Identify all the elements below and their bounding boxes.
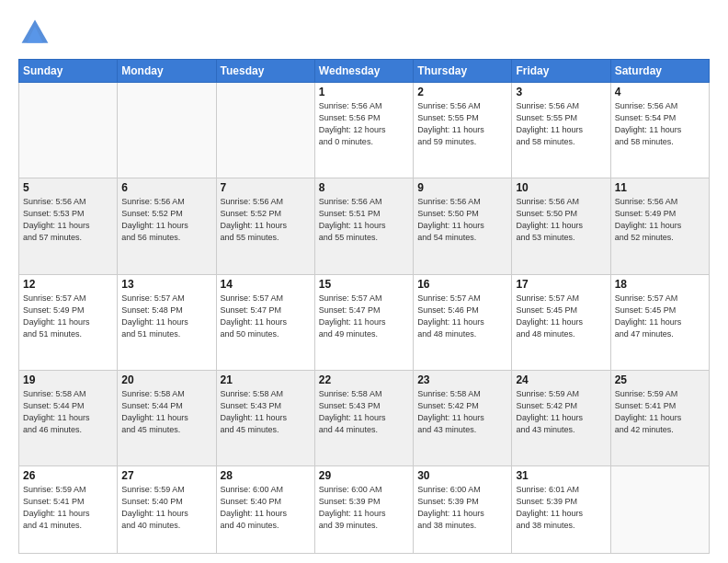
day-number: 25 bbox=[615, 373, 705, 386]
weekday-header-monday: Monday bbox=[118, 60, 216, 83]
week-row-2: 5Sunrise: 5:56 AMSunset: 5:53 PMDaylight… bbox=[19, 178, 710, 274]
day-info: Sunrise: 5:56 AMSunset: 5:49 PMDaylight:… bbox=[615, 196, 705, 244]
weekday-header-friday: Friday bbox=[512, 60, 610, 83]
calendar-cell: 13Sunrise: 5:57 AMSunset: 5:48 PMDayligh… bbox=[118, 274, 216, 370]
day-number: 31 bbox=[516, 469, 606, 482]
day-info: Sunrise: 5:57 AMSunset: 5:49 PMDaylight:… bbox=[23, 293, 113, 340]
calendar-cell: 23Sunrise: 5:58 AMSunset: 5:42 PMDayligh… bbox=[414, 370, 512, 465]
calendar-cell: 7Sunrise: 5:56 AMSunset: 5:52 PMDaylight… bbox=[216, 178, 314, 274]
day-number: 23 bbox=[417, 373, 507, 386]
calendar-cell: 26Sunrise: 5:59 AMSunset: 5:41 PMDayligh… bbox=[19, 466, 118, 554]
day-number: 18 bbox=[615, 278, 705, 291]
calendar-cell bbox=[216, 83, 314, 178]
weekday-header-thursday: Thursday bbox=[414, 60, 512, 83]
day-number: 17 bbox=[516, 278, 606, 291]
day-number: 24 bbox=[516, 373, 606, 386]
day-number: 28 bbox=[221, 469, 311, 482]
day-info: Sunrise: 5:56 AMSunset: 5:52 PMDaylight:… bbox=[221, 196, 311, 244]
day-number: 12 bbox=[23, 278, 113, 291]
calendar-cell: 5Sunrise: 5:56 AMSunset: 5:53 PMDaylight… bbox=[19, 178, 118, 274]
calendar-cell: 29Sunrise: 6:00 AMSunset: 5:39 PMDayligh… bbox=[314, 466, 413, 554]
calendar-cell: 3Sunrise: 5:56 AMSunset: 5:55 PMDaylight… bbox=[512, 83, 610, 178]
week-row-5: 26Sunrise: 5:59 AMSunset: 5:41 PMDayligh… bbox=[19, 466, 710, 554]
header bbox=[18, 17, 710, 50]
day-info: Sunrise: 5:58 AMSunset: 5:42 PMDaylight:… bbox=[417, 388, 507, 436]
day-info: Sunrise: 5:56 AMSunset: 5:51 PMDaylight:… bbox=[319, 196, 409, 244]
day-info: Sunrise: 5:56 AMSunset: 5:55 PMDaylight:… bbox=[417, 100, 507, 148]
day-number: 10 bbox=[516, 181, 606, 194]
day-number: 3 bbox=[516, 86, 606, 98]
day-info: Sunrise: 5:57 AMSunset: 5:47 PMDaylight:… bbox=[319, 293, 409, 340]
day-number: 2 bbox=[417, 86, 507, 98]
calendar-cell: 25Sunrise: 5:59 AMSunset: 5:41 PMDayligh… bbox=[610, 370, 709, 465]
day-info: Sunrise: 5:59 AMSunset: 5:42 PMDaylight:… bbox=[516, 388, 606, 436]
day-info: Sunrise: 5:58 AMSunset: 5:43 PMDaylight:… bbox=[319, 388, 409, 436]
week-row-1: 1Sunrise: 5:56 AMSunset: 5:56 PMDaylight… bbox=[19, 83, 710, 178]
weekday-header-wednesday: Wednesday bbox=[314, 60, 413, 83]
calendar-cell: 30Sunrise: 6:00 AMSunset: 5:39 PMDayligh… bbox=[414, 466, 512, 554]
calendar-cell: 14Sunrise: 5:57 AMSunset: 5:47 PMDayligh… bbox=[216, 274, 314, 370]
weekday-header-row: SundayMondayTuesdayWednesdayThursdayFrid… bbox=[19, 60, 710, 83]
calendar-cell: 27Sunrise: 5:59 AMSunset: 5:40 PMDayligh… bbox=[118, 466, 216, 554]
calendar-cell bbox=[19, 83, 118, 178]
calendar-cell: 9Sunrise: 5:56 AMSunset: 5:50 PMDaylight… bbox=[414, 178, 512, 274]
day-number: 11 bbox=[615, 181, 705, 194]
day-number: 20 bbox=[121, 373, 211, 386]
calendar-cell: 16Sunrise: 5:57 AMSunset: 5:46 PMDayligh… bbox=[414, 274, 512, 370]
weekday-header-sunday: Sunday bbox=[19, 60, 118, 83]
page: SundayMondayTuesdayWednesdayThursdayFrid… bbox=[0, 0, 728, 563]
calendar-cell: 19Sunrise: 5:58 AMSunset: 5:44 PMDayligh… bbox=[19, 370, 118, 465]
day-info: Sunrise: 5:57 AMSunset: 5:45 PMDaylight:… bbox=[516, 293, 606, 340]
logo-icon bbox=[18, 17, 51, 50]
calendar-cell: 15Sunrise: 5:57 AMSunset: 5:47 PMDayligh… bbox=[314, 274, 413, 370]
calendar: SundayMondayTuesdayWednesdayThursdayFrid… bbox=[18, 59, 710, 554]
day-info: Sunrise: 5:59 AMSunset: 5:40 PMDaylight:… bbox=[121, 484, 211, 532]
day-info: Sunrise: 5:58 AMSunset: 5:43 PMDaylight:… bbox=[221, 388, 311, 436]
day-number: 21 bbox=[221, 373, 311, 386]
day-info: Sunrise: 5:59 AMSunset: 5:41 PMDaylight:… bbox=[615, 388, 705, 436]
day-info: Sunrise: 5:56 AMSunset: 5:52 PMDaylight:… bbox=[121, 196, 211, 244]
weekday-header-tuesday: Tuesday bbox=[216, 60, 314, 83]
day-info: Sunrise: 5:59 AMSunset: 5:41 PMDaylight:… bbox=[23, 484, 113, 532]
calendar-cell: 10Sunrise: 5:56 AMSunset: 5:50 PMDayligh… bbox=[512, 178, 610, 274]
day-info: Sunrise: 5:57 AMSunset: 5:46 PMDaylight:… bbox=[417, 293, 507, 340]
day-number: 27 bbox=[121, 469, 211, 482]
day-number: 29 bbox=[319, 469, 409, 482]
day-info: Sunrise: 5:58 AMSunset: 5:44 PMDaylight:… bbox=[121, 388, 211, 436]
day-info: Sunrise: 6:00 AMSunset: 5:39 PMDaylight:… bbox=[319, 484, 409, 532]
day-number: 22 bbox=[319, 373, 409, 386]
day-info: Sunrise: 5:56 AMSunset: 5:55 PMDaylight:… bbox=[516, 100, 606, 148]
calendar-cell: 11Sunrise: 5:56 AMSunset: 5:49 PMDayligh… bbox=[610, 178, 709, 274]
day-info: Sunrise: 5:56 AMSunset: 5:50 PMDaylight:… bbox=[417, 196, 507, 244]
day-number: 5 bbox=[23, 181, 113, 194]
calendar-cell: 2Sunrise: 5:56 AMSunset: 5:55 PMDaylight… bbox=[414, 83, 512, 178]
calendar-cell bbox=[118, 83, 216, 178]
calendar-cell: 24Sunrise: 5:59 AMSunset: 5:42 PMDayligh… bbox=[512, 370, 610, 465]
calendar-cell: 22Sunrise: 5:58 AMSunset: 5:43 PMDayligh… bbox=[314, 370, 413, 465]
week-row-3: 12Sunrise: 5:57 AMSunset: 5:49 PMDayligh… bbox=[19, 274, 710, 370]
day-info: Sunrise: 6:00 AMSunset: 5:39 PMDaylight:… bbox=[417, 484, 507, 532]
calendar-cell: 8Sunrise: 5:56 AMSunset: 5:51 PMDaylight… bbox=[314, 178, 413, 274]
week-row-4: 19Sunrise: 5:58 AMSunset: 5:44 PMDayligh… bbox=[19, 370, 710, 465]
calendar-cell bbox=[610, 466, 709, 554]
day-number: 15 bbox=[319, 278, 409, 291]
day-number: 13 bbox=[121, 278, 211, 291]
day-info: Sunrise: 5:57 AMSunset: 5:48 PMDaylight:… bbox=[121, 293, 211, 340]
calendar-cell: 1Sunrise: 5:56 AMSunset: 5:56 PMDaylight… bbox=[314, 83, 413, 178]
calendar-cell: 18Sunrise: 5:57 AMSunset: 5:45 PMDayligh… bbox=[610, 274, 709, 370]
day-number: 16 bbox=[417, 278, 507, 291]
calendar-cell: 28Sunrise: 6:00 AMSunset: 5:40 PMDayligh… bbox=[216, 466, 314, 554]
calendar-cell: 21Sunrise: 5:58 AMSunset: 5:43 PMDayligh… bbox=[216, 370, 314, 465]
day-number: 1 bbox=[319, 86, 409, 98]
calendar-cell: 31Sunrise: 6:01 AMSunset: 5:39 PMDayligh… bbox=[512, 466, 610, 554]
calendar-cell: 6Sunrise: 5:56 AMSunset: 5:52 PMDaylight… bbox=[118, 178, 216, 274]
day-number: 19 bbox=[23, 373, 113, 386]
day-number: 26 bbox=[23, 469, 113, 482]
weekday-header-saturday: Saturday bbox=[610, 60, 709, 83]
calendar-cell: 12Sunrise: 5:57 AMSunset: 5:49 PMDayligh… bbox=[19, 274, 118, 370]
day-number: 4 bbox=[615, 86, 705, 98]
day-number: 7 bbox=[221, 181, 311, 194]
day-info: Sunrise: 5:56 AMSunset: 5:50 PMDaylight:… bbox=[516, 196, 606, 244]
calendar-cell: 17Sunrise: 5:57 AMSunset: 5:45 PMDayligh… bbox=[512, 274, 610, 370]
logo bbox=[18, 17, 55, 50]
